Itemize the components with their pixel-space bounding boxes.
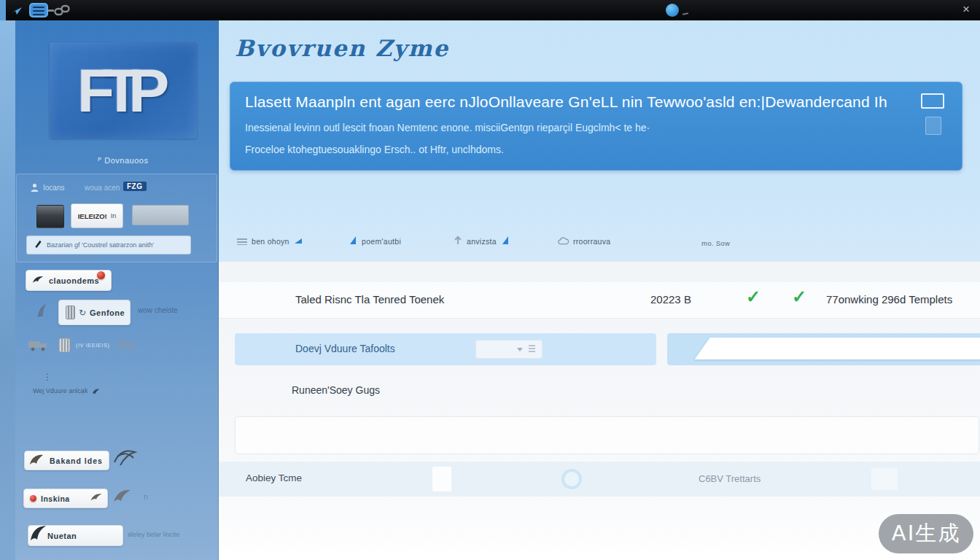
nav-item-rroorrauva[interactable]: rroorrauva xyxy=(558,233,610,249)
nuetan-label: Nuetan xyxy=(47,532,77,540)
ieleizo-button[interactable]: IELEIZO! In xyxy=(71,203,123,228)
progress-ribbon xyxy=(694,338,980,359)
nav-item-mo-sow[interactable]: mo. Sow xyxy=(701,235,730,251)
sidebar: FTP ᴾ Dovnauoos Iocans woua acen FZG IEL… xyxy=(15,20,219,560)
row-label: Taled Risnc Tla Tenred Toenek xyxy=(295,293,444,306)
row-dropdown-control[interactable] xyxy=(475,340,542,359)
list-lines-icon xyxy=(237,238,247,245)
bottom-area xyxy=(219,497,980,560)
nav-item-poemautbi[interactable]: poem'autbi xyxy=(349,233,401,249)
wej-item[interactable]: Wej Vduure anlcak xyxy=(33,384,100,397)
row-label: Doevj Vduure Tafoolts xyxy=(295,343,395,354)
inskina-button[interactable]: Inskina xyxy=(23,489,108,508)
genfone-hint: wow cheiste xyxy=(138,306,177,314)
notification-dot xyxy=(97,271,105,279)
blue-sail-icon xyxy=(349,235,357,248)
server-list-icon[interactable] xyxy=(29,3,48,18)
refresh-arrow-icon: ↻ xyxy=(79,308,86,318)
account-gray-button[interactable] xyxy=(132,205,189,225)
copy-icon[interactable] xyxy=(921,93,944,109)
bird-icon xyxy=(31,273,45,288)
nuetan-button[interactable]: Nuetan xyxy=(28,525,123,546)
row-right-label: 77onwking 296d Templets xyxy=(826,293,952,306)
check-icon: ✓ xyxy=(746,287,761,307)
row-right-label: C6BV Trettarts xyxy=(699,473,761,484)
link-chain-icon[interactable] xyxy=(54,4,70,16)
page-title: Bvovruen Zyme xyxy=(235,35,449,61)
bakand-label: Bakand ldes xyxy=(50,456,103,465)
account-thumbnail[interactable] xyxy=(36,205,64,228)
crate-icon[interactable] xyxy=(58,337,72,357)
table-row-aobiey[interactable]: Aobiey Tcme C6BV Trettarts xyxy=(219,462,980,497)
nav-label: anvizsta xyxy=(467,237,497,246)
sidebar-edge-strip xyxy=(0,20,15,560)
banner-line-1: Inessienal levinn outl lescit fnoan Nemt… xyxy=(245,117,946,139)
sidebar-search-text: Bazarian gf 'Coustrel satrarzon anith' xyxy=(47,241,154,249)
blue-flag-icon xyxy=(294,235,303,248)
check-icon: ✓ xyxy=(792,287,806,307)
empty-input-box[interactable] xyxy=(235,416,979,454)
connector-line xyxy=(48,9,54,12)
bakand-button[interactable]: Bakand ldes xyxy=(24,451,109,470)
gears-icon[interactable] xyxy=(116,337,136,355)
row-label: Aobiey Tcme xyxy=(246,472,302,483)
content-panel: Taled Risnc Tla Tenred Toenek 20223 B ✓ … xyxy=(219,261,980,560)
bird-icon xyxy=(111,486,133,508)
truck-icon[interactable] xyxy=(28,337,50,356)
loading-ring-icon xyxy=(561,469,582,489)
banner-line-2: Froceloe ktohegtuesouaklingo Ersch.. ot … xyxy=(245,139,946,160)
nuetan-hint: aleley belar lincite xyxy=(128,531,180,538)
nav-label: mo. Sow xyxy=(701,239,730,247)
ftp-logo: FTP xyxy=(50,42,197,139)
woua-label: woua acen xyxy=(85,184,120,192)
nav-item-anvizsta[interactable]: anvizsta xyxy=(454,233,510,249)
close-icon[interactable]: × xyxy=(962,2,970,17)
nav-bar: ben ohoyn poem'autbi anvizsta xyxy=(219,226,980,257)
vertical-dots-icon: ⋮ xyxy=(43,372,52,382)
bird-ghost-icon xyxy=(35,302,48,324)
user-status-mark xyxy=(682,12,688,15)
fzg-badge: FZG xyxy=(123,182,147,191)
nav-item-ben-ohoyn[interactable]: ben ohoyn xyxy=(237,233,303,249)
genfone-button[interactable]: ↻ Genfone xyxy=(58,300,131,325)
wej-label: Wej Vduure anlcak xyxy=(33,387,88,394)
row-label-runeen[interactable]: Runeen'Soey Gugs xyxy=(292,384,380,396)
pen-icon xyxy=(34,238,42,252)
row-value: 20223 B xyxy=(650,293,691,306)
main-content: Bvovruen Zyme Llasett Maanpln ent agan e… xyxy=(219,20,980,560)
cell-placeholder xyxy=(432,467,451,491)
cell-placeholder xyxy=(871,468,898,490)
bird-icon xyxy=(89,491,104,506)
sidebar-search-input[interactable]: Bazarian gf 'Coustrel satrarzon anith' xyxy=(26,236,191,254)
record-dot xyxy=(30,495,36,502)
mini-label: (IV IEEIEIS) xyxy=(76,342,109,349)
locans-label: Iocans xyxy=(43,184,64,192)
user-presence-dot[interactable] xyxy=(666,4,679,17)
blue-sail-icon xyxy=(501,235,510,248)
ieleizo-button-suffix: In xyxy=(111,212,117,219)
cloud-icon xyxy=(558,235,569,248)
inskina-hint: n xyxy=(144,493,148,501)
banner-title: Llasett Maanpln ent agan eerc nJloOnllav… xyxy=(245,93,946,111)
account-panel: Iocans woua acen FZG IELEIZO! In Bazaria… xyxy=(16,174,217,262)
nav-label: poem'autbi xyxy=(362,237,401,246)
selected-row-doevj[interactable]: Doevj Vduure Tafoolts xyxy=(235,333,656,365)
leaf-icon xyxy=(92,384,100,397)
nav-label: ben ohoyn xyxy=(252,237,289,246)
bird-icon xyxy=(28,452,45,470)
genfone-label: Genfone xyxy=(90,308,125,317)
arrow-up-icon xyxy=(454,235,462,248)
app-window: × FTP ᴾ Dovnauoos Iocans woua acen FZG I… xyxy=(0,0,980,560)
titlebar-accent-notch xyxy=(0,0,6,20)
inskina-label: Inskina xyxy=(41,494,70,503)
save-icon[interactable] xyxy=(925,117,941,135)
ai-generated-watermark: AI生成 xyxy=(879,514,973,553)
ieleizo-button-label: IELEIZO! xyxy=(78,212,107,220)
ftp-logo-text: FTP xyxy=(77,55,170,126)
striped-box-icon xyxy=(66,306,75,319)
send-arrow-icon[interactable] xyxy=(10,4,23,16)
info-banner: Llasett Maanpln ent agan eerc nJloOnllav… xyxy=(230,82,962,171)
titlebar: × xyxy=(0,0,980,20)
person-icon xyxy=(30,182,39,192)
table-row-taled[interactable]: Taled Risnc Tla Tenred Toenek 20223 B ✓ … xyxy=(219,282,980,319)
